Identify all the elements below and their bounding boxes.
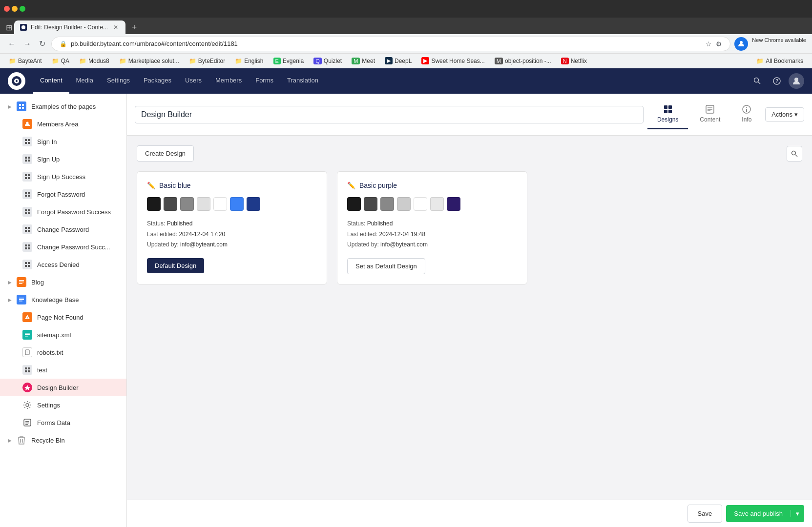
- save-btn[interactable]: Save: [687, 505, 723, 523]
- set-default-design-btn-purple[interactable]: Set as Default Design: [347, 258, 425, 274]
- sidebar-item-change-password[interactable]: Change Password: [0, 221, 126, 238]
- sidebar-item-examples[interactable]: ▶ Examples of the pages: [0, 98, 126, 115]
- user-avatar-nav[interactable]: [789, 73, 804, 89]
- default-design-btn-blue[interactable]: Default Design: [147, 258, 204, 273]
- sidebar-item-recycle-bin[interactable]: ▶ Recycle Bin: [0, 431, 126, 449]
- svg-rect-23: [28, 174, 30, 176]
- nav-item-settings[interactable]: Settings: [100, 68, 137, 94]
- sidebar-label-change-password: Change Password: [37, 226, 119, 233]
- sidebar-item-settings[interactable]: Settings: [0, 396, 126, 414]
- tab-close-btn[interactable]: ✕: [112, 23, 120, 31]
- sidebar-item-forgot-password[interactable]: Forgot Password: [0, 185, 126, 203]
- meet-favicon: M: [352, 58, 360, 64]
- nav-item-media[interactable]: Media: [69, 68, 100, 94]
- close-window-btn[interactable]: [4, 6, 10, 12]
- sidebar-item-test[interactable]: test: [0, 361, 126, 379]
- swatch-5: [213, 197, 227, 211]
- sidebar-label-recycle-bin: Recycle Bin: [31, 437, 119, 444]
- sidebar-item-members-area[interactable]: Members Area: [0, 115, 126, 133]
- sidebar-item-sign-in[interactable]: Sign In: [0, 133, 126, 150]
- svg-rect-17: [28, 142, 30, 144]
- nav-item-members[interactable]: Members: [208, 68, 249, 94]
- tab-designs[interactable]: Designs: [647, 100, 688, 129]
- sidebar-item-sign-up[interactable]: Sign Up: [0, 150, 126, 168]
- swatch-2: [164, 197, 177, 211]
- nav-item-packages[interactable]: Packages: [137, 68, 178, 94]
- page-title-input[interactable]: [135, 106, 644, 123]
- bookmark-qa[interactable]: 📁 QA: [48, 57, 73, 65]
- svg-rect-38: [25, 244, 27, 246]
- bookmark-english[interactable]: 📁 English: [231, 57, 267, 65]
- actions-btn[interactable]: Actions ▾: [765, 107, 804, 122]
- bookmark-objectposition[interactable]: M object-position -...: [491, 57, 555, 65]
- sidebar-label-blog: Blog: [31, 279, 119, 286]
- tab-info[interactable]: Info: [732, 100, 761, 129]
- back-btn[interactable]: ←: [6, 38, 18, 50]
- access-denied-icon: [22, 260, 32, 269]
- bookmark-evgenia[interactable]: E Evgenia: [270, 57, 308, 65]
- svg-rect-60: [26, 353, 27, 353]
- bookmark-byteeditor[interactable]: 📁 ByteEditor: [185, 57, 229, 65]
- save-publish-btn[interactable]: Save and publish ▾: [726, 505, 804, 522]
- bookmark-allbookmarks[interactable]: 📁 All Bookmarks: [752, 57, 807, 65]
- design-name-blue: Basic blue: [159, 182, 191, 189]
- bookmark-modus8[interactable]: 📁 Modus8: [75, 57, 113, 65]
- sidebar-item-design-builder[interactable]: Design Builder: [0, 379, 126, 396]
- svg-rect-37: [28, 230, 30, 232]
- address-input-container[interactable]: 🔒 pb.builder.byteant.com/umbraco#/conten…: [51, 37, 730, 51]
- svg-point-66: [26, 404, 29, 406]
- actions-chevron-icon: ▾: [794, 111, 798, 118]
- search-nav-btn[interactable]: [750, 73, 765, 89]
- sidebar-item-blog[interactable]: ▶ Blog: [0, 273, 126, 291]
- nav-item-forms[interactable]: Forms: [249, 68, 280, 94]
- apps-grid-btn[interactable]: ⊞: [4, 21, 14, 34]
- svg-rect-61: [25, 367, 27, 369]
- maximize-window-btn[interactable]: [20, 6, 25, 12]
- sidebar-item-change-password-success[interactable]: Change Password Succ...: [0, 238, 126, 256]
- tab-content[interactable]: Content: [690, 100, 730, 129]
- svg-rect-53: [27, 319, 28, 319]
- bookmark-netflix[interactable]: N Netflix: [557, 57, 591, 65]
- svg-point-83: [746, 107, 747, 108]
- edit-design-icon-purple: ✏️: [347, 182, 355, 189]
- svg-rect-43: [28, 262, 30, 264]
- sidebar-item-sitemap[interactable]: sitemap.xml: [0, 326, 126, 344]
- svg-text:?: ?: [775, 79, 778, 84]
- forward-btn[interactable]: →: [21, 38, 33, 50]
- swatch-p5: [414, 197, 427, 211]
- bookmark-quizlet[interactable]: Q Quizlet: [310, 57, 346, 65]
- create-design-btn[interactable]: Create Design: [137, 145, 194, 162]
- bookmark-deepl[interactable]: ▶ DeepL: [381, 56, 416, 65]
- umbraco-logo[interactable]: [8, 72, 25, 90]
- nav-item-users[interactable]: Users: [178, 68, 208, 94]
- sidebar-item-access-denied[interactable]: Access Denied: [0, 256, 126, 273]
- browser-tab[interactable]: Edit: Design Builder - Conte... ✕: [14, 20, 125, 34]
- profile-avatar[interactable]: [734, 37, 748, 51]
- extension-btn[interactable]: ⚙: [716, 40, 722, 48]
- nav-item-content[interactable]: Content: [33, 68, 69, 94]
- bookmark-bayteant[interactable]: 📁 BayteAnt: [5, 57, 46, 65]
- design-card-header-purple: ✏️ Basic purple: [347, 182, 517, 189]
- search-designs-btn[interactable]: [787, 146, 802, 162]
- reload-btn[interactable]: ↻: [37, 37, 47, 50]
- sidebar-item-forgot-password-success[interactable]: Forgot Password Success: [0, 203, 126, 221]
- nav-item-translation[interactable]: Translation: [280, 68, 325, 94]
- sidebar-item-robots[interactable]: robots.txt: [0, 344, 126, 361]
- sidebar-item-forms-data[interactable]: Forms Data: [0, 414, 126, 431]
- sidebar-item-page-not-found[interactable]: Page Not Found: [0, 308, 126, 326]
- youtube-favicon: ▶: [421, 57, 429, 64]
- bookmark-star-btn[interactable]: ☆: [706, 40, 712, 48]
- sidebar-item-sign-up-success[interactable]: Sign Up Success: [0, 168, 126, 185]
- bookmark-sweethome[interactable]: ▶ Sweet Home Seas...: [417, 56, 488, 65]
- help-nav-btn[interactable]: ?: [769, 73, 785, 89]
- forms-data-icon: [22, 418, 32, 427]
- save-publish-arrow-icon[interactable]: ▾: [791, 510, 804, 517]
- svg-rect-14: [25, 139, 27, 141]
- content-header: Designs Content Info Actions ▾: [127, 94, 812, 136]
- bookmark-meet[interactable]: M Meet: [348, 57, 379, 65]
- minimize-window-btn[interactable]: [12, 6, 18, 12]
- sidebar-item-knowledge-base[interactable]: ▶ Knowledge Base: [0, 291, 126, 308]
- design-card-header-blue: ✏️ Basic blue: [147, 182, 317, 189]
- new-tab-btn[interactable]: +: [127, 20, 141, 34]
- bookmark-marketplace[interactable]: 📁 Marketplace solut...: [115, 57, 183, 65]
